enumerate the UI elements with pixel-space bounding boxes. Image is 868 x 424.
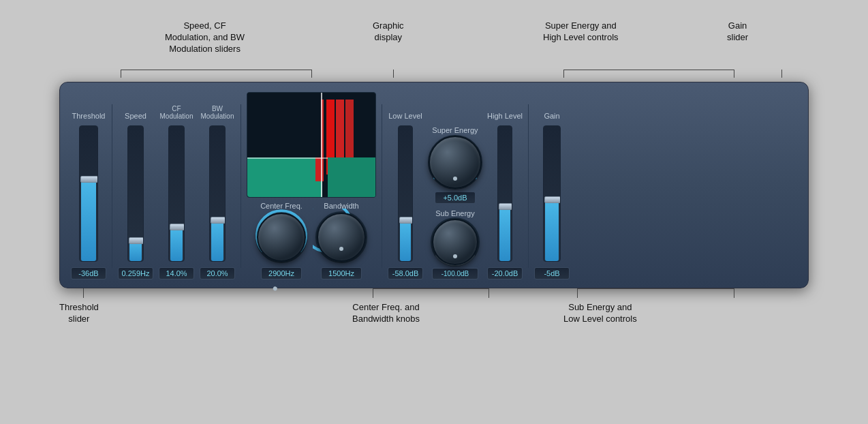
bw-fill	[211, 220, 223, 261]
cf-modulation-slider[interactable]	[168, 125, 185, 262]
annotation-threshold-slider: Thresholdslider	[59, 302, 99, 325]
cf-handle[interactable]	[170, 224, 185, 230]
energy-knobs-group: Super Energy +5.0dB Sub Energy	[429, 126, 482, 279]
bracket-sub-right	[734, 288, 734, 298]
bracket-threshold-top	[83, 288, 84, 298]
bandwidth-section: Bandwidth 1500Hz	[317, 202, 366, 279]
threshold-section: Threshold -36dB	[71, 112, 106, 279]
high-level-fill	[499, 207, 510, 261]
sub-energy-knob[interactable]	[432, 219, 478, 265]
divider-2	[241, 104, 241, 268]
annotation-graphic-display: Graphicdisplay	[373, 20, 404, 44]
speed-value[interactable]: 0.259Hz	[118, 267, 153, 279]
bandwidth-dot	[339, 247, 343, 251]
bw-modulation-section: BWModulation 20.0%	[200, 105, 235, 279]
high-level-section: High Level -20.0dB	[487, 112, 523, 279]
bw-modulation-slider[interactable]	[209, 125, 226, 262]
bracket-sub-left	[577, 288, 578, 298]
sub-energy-dot	[453, 254, 457, 258]
gain-value[interactable]: -5dB	[534, 267, 570, 279]
cf-modulation-section: CFModulation 14.0%	[159, 105, 194, 279]
low-level-section: Low Level -58.0dB	[388, 112, 423, 279]
speed-slider[interactable]	[127, 125, 144, 262]
bracket-gain	[781, 70, 782, 78]
annotation-sub-energy-low-level: Sub Energy andLow Level controls	[563, 302, 637, 325]
bracket-se-left	[563, 70, 564, 78]
super-energy-dot	[453, 177, 457, 181]
bracket-speed-cf-bw	[121, 70, 311, 71]
display-teal-left	[247, 156, 322, 197]
speed-section: Speed 0.259Hz	[118, 112, 153, 279]
high-level-handle[interactable]	[499, 203, 512, 210]
high-level-slider[interactable]	[497, 125, 512, 262]
annotation-gain-slider: Gainslider	[727, 20, 748, 44]
low-level-super-energy-group: Low Level -58.0dB	[388, 95, 423, 279]
low-level-fill	[400, 220, 411, 261]
bracket-right	[311, 70, 312, 78]
divider-1	[112, 104, 112, 268]
super-energy-value[interactable]: +5.0dB	[435, 192, 476, 204]
sub-energy-value[interactable]: -100.0dB	[432, 268, 478, 279]
display-knobs-section: Center Freq. 2900Hz Bandwidth	[247, 92, 376, 279]
gain-section: Gain -5dB	[534, 112, 570, 279]
annotation-speed-cf-bw: Speed, CFModulation, and BWModulation sl…	[165, 20, 245, 55]
high-level-value[interactable]: -20.0dB	[487, 267, 523, 279]
center-freq-section: Center Freq. 2900Hz	[257, 202, 306, 279]
speed-handle[interactable]	[129, 237, 144, 244]
gain-slider[interactable]	[543, 125, 561, 262]
bw-modulation-value[interactable]: 20.0%	[200, 267, 235, 279]
bracket-freq-left	[373, 288, 373, 298]
display-white-line	[321, 93, 322, 198]
threshold-slider[interactable]	[79, 125, 98, 262]
threshold-label: Threshold	[72, 112, 106, 120]
bracket-freq-bw-top	[373, 288, 489, 290]
bandwidth-knob[interactable]	[317, 213, 366, 262]
divider-3	[382, 104, 382, 268]
super-energy-knob-container	[429, 136, 482, 189]
bottom-annotations: Thresholdslider Center Freq. andBandwidt…	[59, 288, 809, 336]
graphic-display	[247, 92, 376, 198]
low-level-value[interactable]: -58.0dB	[388, 267, 423, 279]
low-level-label: Low Level	[388, 112, 422, 120]
bracket-super-energy	[563, 70, 734, 71]
top-annotations: Speed, CFModulation, and BWModulation sl…	[59, 20, 809, 82]
low-level-slider[interactable]	[398, 125, 413, 262]
super-energy-group: Super Energy +5.0dB	[429, 126, 482, 204]
sub-energy-knob-container	[432, 219, 478, 265]
bracket-left	[121, 70, 121, 78]
divider-4	[528, 104, 529, 268]
bw-handle[interactable]	[211, 217, 226, 224]
full-layout: Speed, CFModulation, and BWModulation sl…	[0, 14, 868, 336]
center-freq-knob[interactable]	[257, 213, 306, 262]
cf-modulation-label: CFModulation	[160, 105, 193, 120]
plugin-panel: Threshold -36dB Speed 0.259Hz CFModulati…	[59, 82, 809, 288]
high-level-label: High Level	[487, 112, 523, 120]
speed-label: Speed	[125, 112, 146, 120]
bandwidth-value[interactable]: 1500Hz	[321, 267, 362, 279]
bw-modulation-label: BWModulation	[201, 105, 234, 120]
threshold-fill	[81, 179, 96, 261]
center-freq-knob-container	[257, 213, 306, 262]
super-energy-knob[interactable]	[429, 136, 482, 189]
bracket-display	[393, 70, 394, 78]
display-teal-mid	[328, 157, 375, 198]
bracket-se-right	[734, 70, 734, 78]
gain-label: Gain	[544, 112, 559, 120]
threshold-handle[interactable]	[80, 176, 98, 183]
knobs-row: Center Freq. 2900Hz Bandwidth	[257, 202, 366, 279]
bandwidth-knob-container	[317, 213, 366, 262]
display-dark-topleft	[247, 93, 321, 157]
annotation-super-energy-high-level: Super Energy andHigh Level controls	[543, 20, 619, 44]
low-level-handle[interactable]	[399, 217, 413, 224]
cf-modulation-value[interactable]: 14.0%	[159, 267, 194, 279]
cf-fill	[170, 227, 183, 261]
threshold-value[interactable]: -36dB	[71, 267, 106, 279]
sub-energy-group: Sub Energy -100.0dB	[432, 209, 478, 279]
gain-fill	[545, 200, 559, 261]
center-freq-value[interactable]: 2900Hz	[261, 267, 302, 279]
gain-handle[interactable]	[544, 196, 561, 203]
annotation-center-freq-bandwidth: Center Freq. andBandwidth knobs	[352, 302, 420, 325]
bracket-sub-top	[577, 288, 734, 290]
bracket-bw-right	[489, 288, 489, 298]
